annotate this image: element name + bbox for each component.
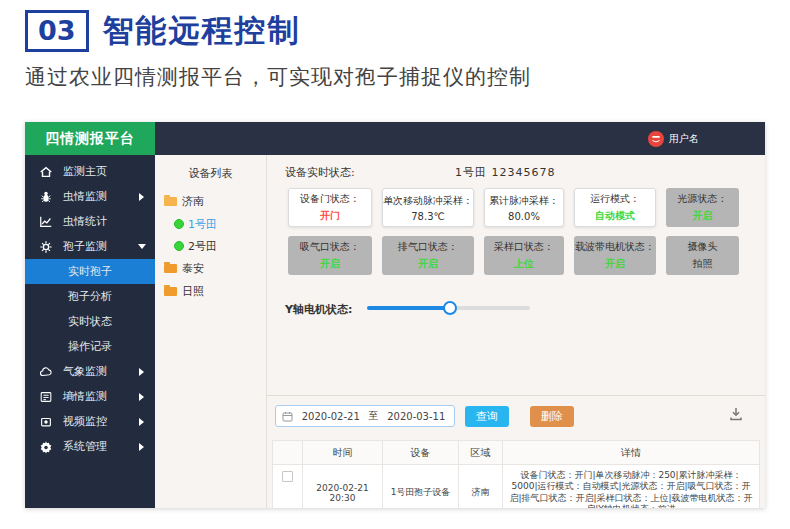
tree-folder-label: 日照 [182, 284, 204, 299]
chevron-right-icon [139, 393, 144, 401]
date-to-value[interactable]: 2020-03-11 [379, 411, 455, 422]
soil-moisture-icon [38, 390, 53, 404]
chevron-right-icon [139, 443, 144, 451]
door-status-card[interactable]: 设备门状态： 开门 [288, 188, 372, 227]
date-separator: 至 [369, 409, 379, 423]
card-label: 累计脉冲采样： [489, 194, 559, 208]
sidebar: 监测主页 虫情监测 虫情统计 孢子监测 实时孢子 [25, 155, 155, 508]
topbar: 四情测报平台 用户名 [25, 122, 765, 155]
card-label: 光源状态： [678, 192, 728, 206]
intake-status-card[interactable]: 吸气口状态： 开启 [288, 236, 372, 275]
download-icon[interactable] [728, 406, 744, 422]
row-region: 济南 [459, 465, 503, 508]
tree-folder-label: 泰安 [182, 261, 204, 276]
sidebar-item-video-monitor[interactable]: 视频监控 [25, 409, 155, 434]
tree-folder-taian[interactable]: 泰安 [155, 257, 266, 280]
status-card-row-1: 设备门状态： 开门 单次移动脉冲采样： 78.3℃ 累计脉冲采样： 80.0% … [288, 188, 739, 227]
tree-folder-label: 济南 [182, 194, 204, 209]
date-from-value[interactable]: 2020-02-21 [293, 411, 369, 422]
hero-header: 03 智能远程控制 通过农业四情测报平台，可实现对孢子捕捉仪的控制 [25, 10, 531, 91]
sidebar-item-weather-monitor[interactable]: 气象监测 [25, 359, 155, 384]
app-logo: 四情测报平台 [25, 122, 155, 155]
run-mode-card[interactable]: 运行模式： 自动模式 [574, 188, 656, 227]
card-value: 拍照 [693, 257, 713, 271]
exhaust-status-card[interactable]: 排气口状态： 开启 [382, 236, 474, 275]
records-table: 时间 设备 区域 详情 2020-02-21 20:30 1号田孢子设备 济南 … [272, 440, 760, 508]
header-region: 区域 [459, 441, 503, 464]
tree-device-field-1[interactable]: 1号田 [155, 213, 266, 235]
date-range-input[interactable]: 2020-02-21 至 2020-03-11 [275, 405, 455, 427]
sidebar-item-label: 监测主页 [63, 164, 107, 179]
section-number-badge: 03 [25, 10, 89, 52]
cloud-icon [38, 365, 53, 379]
light-status-card[interactable]: 光源状态： 开启 [666, 188, 739, 227]
row-checkbox[interactable] [282, 471, 293, 482]
sidebar-item-label: 系统管理 [63, 439, 107, 454]
sidebar-item-label: 虫情监测 [63, 189, 107, 204]
device-list-title: 设备列表 [155, 155, 266, 190]
app-window: 四情测报平台 用户名 监测主页 虫情监测 [25, 122, 765, 508]
tree-device-field-2[interactable]: 2号田 [155, 235, 266, 257]
sidebar-item-insect-monitor[interactable]: 虫情监测 [25, 184, 155, 209]
chevron-right-icon [139, 368, 144, 376]
row-detail: 设备门状态：开门|单次移动脉冲：250|累计脉冲采样：5000|运行模式：自动模… [503, 465, 759, 508]
tree-folder-jinan[interactable]: 济南 [155, 190, 266, 213]
row-device: 1号田孢子设备 [383, 465, 459, 508]
camera-capture-button[interactable]: 摄像头 拍照 [666, 236, 739, 275]
y-axis-motor-slider[interactable] [367, 306, 530, 310]
status-card-row-2: 吸气口状态： 开启 排气口状态： 开启 采样口状态： 上位 载波带电机状态： 开… [288, 236, 739, 275]
sidebar-item-soil-monitor[interactable]: 墒情监测 [25, 384, 155, 409]
gear-icon [38, 440, 53, 454]
chevron-right-icon [139, 193, 144, 201]
folder-icon [164, 264, 177, 273]
selected-device-id: 1号田 12345678 [455, 165, 555, 180]
header-checkbox-cell [273, 441, 303, 464]
folder-open-icon [164, 197, 177, 206]
user-menu[interactable]: 用户名 [648, 131, 699, 147]
header-device: 设备 [383, 441, 459, 464]
sidebar-item-label: 孢子分析 [68, 290, 112, 303]
sidebar-item-spore-monitor[interactable]: 孢子监测 [25, 234, 155, 259]
card-value: 开启 [320, 257, 340, 271]
main-panel: 设备实时状态: 1号田 12345678 设备门状态： 开门 单次移动脉冲采样：… [267, 155, 765, 508]
sidebar-item-insect-stats[interactable]: 虫情统计 [25, 209, 155, 234]
card-label: 载波带电机状态： [575, 240, 655, 254]
card-label: 摄像头 [688, 240, 718, 254]
card-value: 开门 [320, 209, 340, 223]
online-status-dot-icon [174, 219, 184, 229]
sidebar-item-realtime-spore[interactable]: 实时孢子 [25, 259, 155, 284]
sidebar-item-label: 实时状态 [68, 315, 112, 328]
tree-device-label: 2号田 [188, 239, 217, 254]
avatar [648, 131, 664, 147]
sidebar-item-system-management[interactable]: 系统管理 [25, 434, 155, 459]
online-status-dot-icon [174, 241, 184, 251]
card-label: 运行模式： [590, 192, 640, 206]
home-icon [38, 165, 53, 179]
sidebar-item-realtime-status[interactable]: 实时状态 [25, 309, 155, 334]
card-label: 设备门状态： [300, 192, 360, 206]
sidebar-item-label: 操作记录 [68, 340, 112, 353]
sidebar-item-label: 虫情统计 [63, 214, 107, 229]
tree-folder-rizhao[interactable]: 日照 [155, 280, 266, 303]
sampling-port-status-card[interactable]: 采样口状态： 上位 [484, 236, 564, 275]
tree-device-label: 1号田 [188, 217, 217, 232]
page: 03 智能远程控制 通过农业四情测报平台，可实现对孢子捕捉仪的控制 四情测报平台… [0, 0, 790, 529]
device-list-panel: 设备列表 济南 1号田 2号田 泰安 [155, 155, 267, 508]
delete-button[interactable]: 删除 [530, 406, 574, 427]
page-subtitle: 通过农业四情测报平台，可实现对孢子捕捉仪的控制 [25, 63, 531, 91]
card-label: 采样口状态： [494, 240, 554, 254]
card-value: 78.3℃ [411, 211, 445, 222]
sidebar-item-spore-analysis[interactable]: 孢子分析 [25, 284, 155, 309]
query-button[interactable]: 查询 [465, 406, 509, 427]
sidebar-item-monitor-home[interactable]: 监测主页 [25, 159, 155, 184]
table-header-row: 时间 设备 区域 详情 [273, 441, 759, 465]
y-slider-handle[interactable] [443, 301, 457, 315]
y-slider-fill [367, 306, 450, 310]
card-value: 开启 [693, 209, 713, 223]
card-value: 自动模式 [595, 209, 635, 223]
carrier-belt-motor-card[interactable]: 载波带电机状态： 开启 [574, 236, 656, 275]
card-label: 吸气口状态： [300, 240, 360, 254]
table-row: 2020-02-21 20:30 1号田孢子设备 济南 设备门状态：开门|单次移… [273, 465, 759, 508]
sidebar-item-label: 视频监控 [63, 414, 107, 429]
sidebar-item-operation-log[interactable]: 操作记录 [25, 334, 155, 359]
